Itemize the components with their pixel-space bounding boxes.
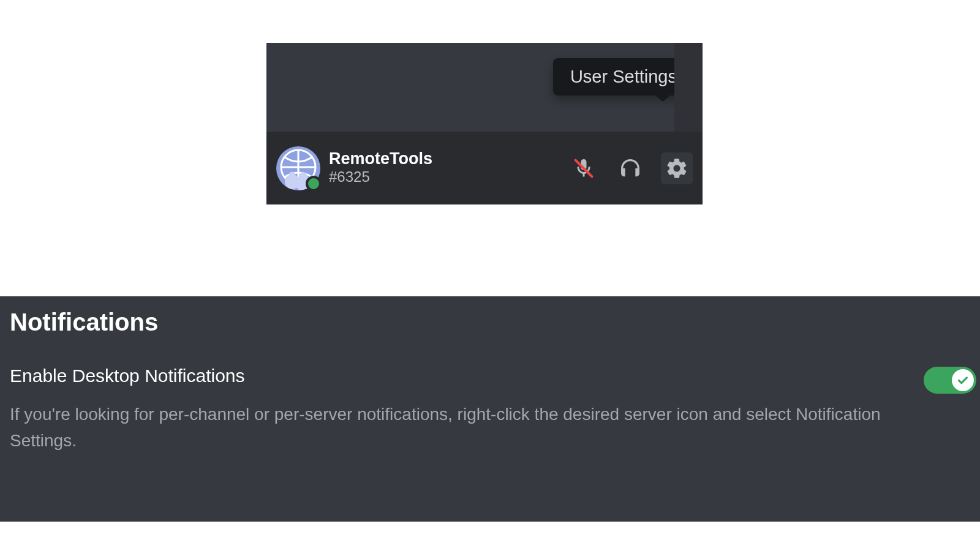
user-settings-button[interactable] (661, 152, 693, 184)
user-panel-footer: RemoteTools #6325 (266, 132, 703, 204)
username: RemoteTools (329, 150, 556, 168)
notifications-settings-panel: Notifications Enable Desktop Notificatio… (0, 296, 980, 522)
gear-icon (665, 157, 688, 180)
user-discriminator: #6325 (329, 168, 556, 186)
panel-controls (568, 152, 693, 184)
page-title: Notifications (10, 309, 970, 336)
svg-point-4 (289, 171, 296, 178)
deafen-button[interactable] (614, 152, 646, 184)
setting-text: Enable Desktop Notifications If you're l… (10, 365, 924, 454)
user-panel: User Settings RemoteTools #6325 (266, 43, 703, 204)
mute-button[interactable] (568, 152, 600, 184)
svg-point-5 (300, 172, 307, 179)
user-settings-tooltip: User Settings (553, 58, 694, 96)
microphone-muted-icon (573, 157, 595, 179)
enable-desktop-toggle[interactable] (924, 367, 976, 394)
setting-description: If you're looking for per-channel or per… (10, 401, 899, 454)
setting-label: Enable Desktop Notifications (10, 365, 899, 386)
panel-spacer: User Settings (266, 43, 703, 132)
enable-desktop-row: Enable Desktop Notifications If you're l… (10, 365, 970, 454)
user-text[interactable]: RemoteTools #6325 (329, 150, 556, 186)
headphones-icon (618, 156, 643, 181)
check-icon (956, 373, 970, 387)
tooltip-label: User Settings (570, 67, 677, 86)
avatar-container[interactable] (276, 146, 320, 190)
toggle-knob (952, 369, 974, 391)
status-online-indicator (306, 176, 322, 192)
